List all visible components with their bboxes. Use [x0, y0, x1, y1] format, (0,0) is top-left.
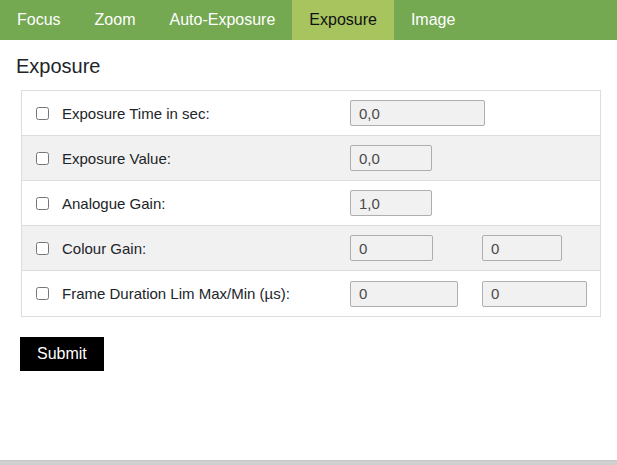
exposure-value-checkbox[interactable] — [36, 152, 49, 165]
analogue-gain-label: Analogue Gain: — [62, 195, 165, 212]
exposure-time-input[interactable] — [350, 100, 485, 126]
exposure-time-checkbox[interactable] — [36, 107, 49, 120]
tab-auto-exposure[interactable]: Auto-Exposure — [152, 0, 292, 40]
horizontal-scrollbar-track — [0, 460, 617, 465]
exposure-time-label: Exposure Time in sec: — [62, 105, 210, 122]
colour-gain-checkbox[interactable] — [36, 242, 49, 255]
page-title: Exposure — [16, 55, 617, 78]
submit-button[interactable]: Submit — [20, 337, 104, 371]
tab-bar: Focus Zoom Auto-Exposure Exposure Image — [0, 0, 617, 40]
analogue-gain-checkbox[interactable] — [36, 197, 49, 210]
colour-gain-input-2[interactable] — [482, 235, 562, 261]
row-colour-gain: Colour Gain: — [22, 226, 600, 271]
exposure-value-input[interactable] — [350, 145, 432, 171]
colour-gain-input-1[interactable] — [350, 235, 433, 261]
exposure-settings-table: Exposure Time in sec: Exposure Value: An… — [21, 90, 601, 317]
row-exposure-value: Exposure Value: — [22, 136, 600, 181]
tab-focus[interactable]: Focus — [0, 0, 78, 40]
row-analogue-gain: Analogue Gain: — [22, 181, 600, 226]
exposure-value-label: Exposure Value: — [62, 150, 171, 167]
frame-duration-max-input[interactable] — [350, 281, 458, 307]
analogue-gain-input[interactable] — [350, 190, 432, 216]
row-exposure-time: Exposure Time in sec: — [22, 91, 600, 136]
tab-exposure[interactable]: Exposure — [292, 0, 394, 40]
frame-duration-checkbox[interactable] — [36, 287, 49, 300]
frame-duration-label: Frame Duration Lim Max/Min (µs): — [62, 285, 290, 302]
row-frame-duration: Frame Duration Lim Max/Min (µs): — [22, 271, 600, 316]
colour-gain-label: Colour Gain: — [62, 240, 146, 257]
tab-image[interactable]: Image — [394, 0, 472, 40]
tab-zoom[interactable]: Zoom — [78, 0, 153, 40]
frame-duration-min-input[interactable] — [482, 281, 587, 307]
